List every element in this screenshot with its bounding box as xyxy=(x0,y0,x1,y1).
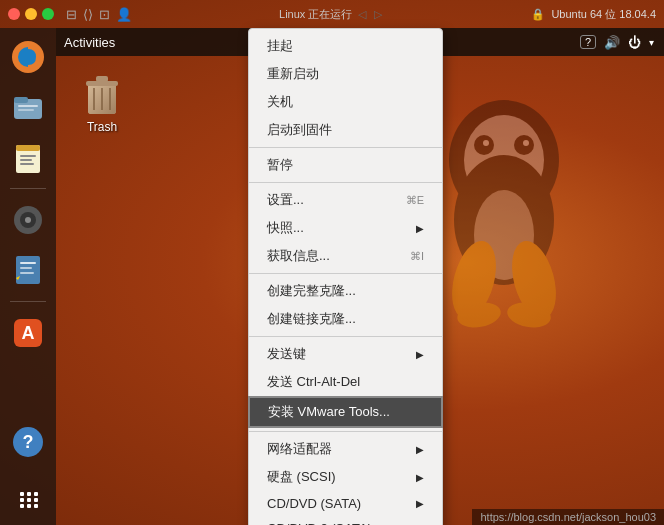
disk-icon xyxy=(10,202,46,238)
svg-rect-17 xyxy=(18,105,38,107)
scsi-arrow: ▶ xyxy=(416,472,424,483)
menu-item-suspend[interactable]: 挂起 xyxy=(249,32,442,60)
lock-icon: 🔒 xyxy=(531,8,545,21)
toolbar-icon-1[interactable]: ⊟ xyxy=(66,7,77,22)
menu-item-scsi[interactable]: 硬盘 (SCSI) ▶ xyxy=(249,463,442,491)
mac-window-controls[interactable] xyxy=(0,8,54,20)
svg-point-4 xyxy=(483,140,489,146)
vmware-toolbar: ⊟ ⟨⟩ ⊡ 👤 Linux 正在运行 ◁ ▷ 🔒 Ubuntu 64 位 18… xyxy=(0,0,664,28)
trash-icon xyxy=(78,68,126,116)
dock-item-appstore[interactable]: A xyxy=(7,312,49,354)
url-bar: https://blog.csdn.net/jackson_hou03 xyxy=(472,509,664,525)
trash-desktop-icon[interactable]: Trash xyxy=(78,68,126,134)
menu-item-sendkey[interactable]: 发送键 ▶ xyxy=(249,340,442,368)
menu-separator-5 xyxy=(249,431,442,432)
svg-rect-23 xyxy=(20,163,34,165)
network-arrow: ▶ xyxy=(416,444,424,455)
menu-item-install-vmware[interactable]: 安装 VMware Tools... xyxy=(248,396,443,428)
files-icon xyxy=(10,89,46,125)
grid-icon xyxy=(19,491,37,509)
close-button[interactable] xyxy=(8,8,20,20)
svg-rect-21 xyxy=(20,155,36,157)
menu-separator-1 xyxy=(249,147,442,148)
svg-rect-27 xyxy=(16,256,40,284)
menu-item-shutdown[interactable]: 关机 xyxy=(249,88,442,116)
svg-rect-29 xyxy=(20,267,32,269)
svg-rect-30 xyxy=(20,272,34,274)
minimize-button[interactable] xyxy=(25,8,37,20)
menu-item-ctrlaltdel[interactable]: 发送 Ctrl-Alt-Del xyxy=(249,368,442,396)
sendkey-arrow: ▶ xyxy=(416,349,424,360)
firefox-icon xyxy=(10,39,46,75)
svg-rect-22 xyxy=(20,159,32,161)
url-text: https://blog.csdn.net/jackson_hou03 xyxy=(480,511,656,523)
menu-item-linkclone[interactable]: 创建链接克隆... xyxy=(249,305,442,333)
svg-point-26 xyxy=(25,217,31,223)
toolbar-icon-4[interactable]: 👤 xyxy=(116,7,132,22)
back-arrow[interactable]: ◁ xyxy=(358,8,366,21)
help-badge[interactable]: ? xyxy=(580,35,596,49)
texteditor-icon xyxy=(10,252,46,288)
getinfo-shortcut: ⌘I xyxy=(410,250,424,263)
forward-arrow[interactable]: ▷ xyxy=(374,8,382,21)
menu-item-network[interactable]: 网络适配器 ▶ xyxy=(249,435,442,463)
vm-status-text: Linux 正在运行 xyxy=(279,7,352,22)
svg-text:A: A xyxy=(22,323,35,343)
svg-text:?: ? xyxy=(23,432,34,452)
dropdown-arrow[interactable]: ▾ xyxy=(649,37,654,48)
dock-item-files[interactable] xyxy=(7,86,49,128)
maximize-button[interactable] xyxy=(42,8,54,20)
svg-rect-39 xyxy=(96,76,108,82)
dock-item-disk[interactable] xyxy=(7,199,49,241)
menu-separator-3 xyxy=(249,273,442,274)
activities-button[interactable]: Activities xyxy=(56,28,123,56)
power-icon[interactable]: ⏻ xyxy=(628,35,641,50)
svg-rect-18 xyxy=(18,109,34,111)
ubuntu-title: Ubuntu 64 位 18.04.4 xyxy=(551,7,656,22)
dock: A ? xyxy=(0,28,56,525)
snapshot-arrow: ▶ xyxy=(416,223,424,234)
menu-item-firmware[interactable]: 启动到固件 xyxy=(249,116,442,144)
help-icon: ? xyxy=(10,424,46,460)
menu-item-snapshot[interactable]: 快照... ▶ xyxy=(249,214,442,242)
menu-item-getinfo[interactable]: 获取信息... ⌘I xyxy=(249,242,442,270)
menu-item-fullclone[interactable]: 创建完整克隆... xyxy=(249,277,442,305)
dock-separator-1 xyxy=(10,188,46,189)
dock-item-help[interactable]: ? xyxy=(7,421,49,463)
volume-icon[interactable]: 🔊 xyxy=(604,35,620,50)
settings-shortcut: ⌘E xyxy=(406,194,424,207)
trash-label: Trash xyxy=(87,120,117,134)
menu-item-cddvd2[interactable]: CD/DVD 2 (SATA) ▶ xyxy=(249,516,442,525)
context-menu: 挂起 重新启动 关机 启动到固件 暂停 设置... ⌘E 快照... ▶ 获取信… xyxy=(248,28,443,525)
svg-rect-28 xyxy=(20,262,36,264)
toolbar-icon-3[interactable]: ⊡ xyxy=(99,7,110,22)
svg-point-5 xyxy=(523,140,529,146)
notes-icon xyxy=(10,139,46,175)
dock-separator-2 xyxy=(10,301,46,302)
menu-item-cddvd1[interactable]: CD/DVD (SATA) ▶ xyxy=(249,491,442,516)
dock-item-texteditor[interactable] xyxy=(7,249,49,291)
appstore-icon: A xyxy=(10,315,46,351)
menu-separator-2 xyxy=(249,182,442,183)
dock-item-firefox[interactable] xyxy=(7,36,49,78)
menu-item-pause[interactable]: 暂停 xyxy=(249,151,442,179)
svg-rect-20 xyxy=(16,145,40,151)
svg-rect-16 xyxy=(14,97,28,103)
menu-item-restart[interactable]: 重新启动 xyxy=(249,60,442,88)
gnome-topbar-right: ? 🔊 ⏻ ▾ xyxy=(580,35,664,50)
dock-item-notes[interactable] xyxy=(7,136,49,178)
menu-separator-4 xyxy=(249,336,442,337)
toolbar-icon-2[interactable]: ⟨⟩ xyxy=(83,7,93,22)
dock-item-launcher[interactable] xyxy=(7,479,49,521)
cddvd1-arrow: ▶ xyxy=(416,498,424,509)
vm-status-center: Linux 正在运行 ◁ ▷ xyxy=(132,7,531,22)
menu-item-settings[interactable]: 设置... ⌘E xyxy=(249,186,442,214)
